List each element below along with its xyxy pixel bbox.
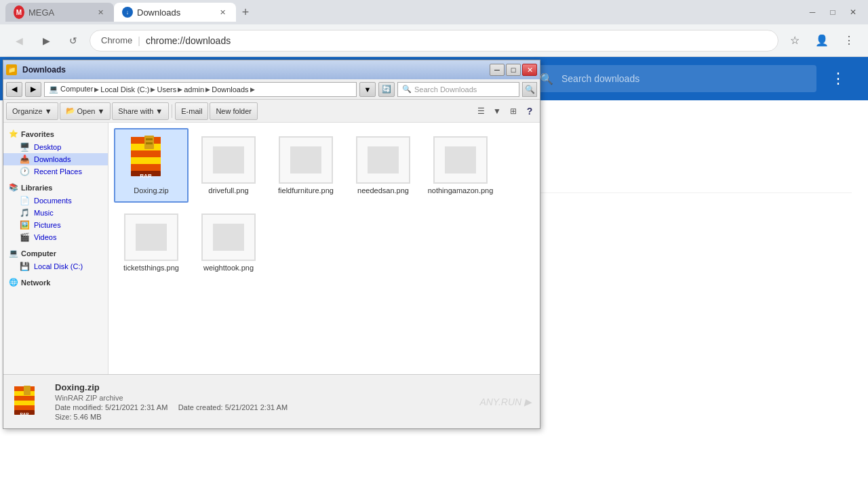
more-button[interactable]: ⋮ (825, 65, 852, 92)
path-localdisk: Local Disk (C:) (100, 85, 149, 94)
bookmark-button[interactable]: ☆ (784, 30, 806, 52)
file-item-ticketsthings[interactable]: ticketsthings.png (114, 205, 189, 280)
library-icon: 📚 (9, 183, 18, 192)
svg-rect-22 (14, 396, 35, 401)
libraries-header[interactable]: 📚 Libraries (3, 180, 108, 195)
music-label: Music (34, 209, 54, 217)
tab-mega[interactable]: M MEGA ✕ (5, 3, 114, 22)
svg-rect-27 (24, 386, 31, 395)
nothingamazon-thumb (433, 136, 488, 184)
search-input[interactable] (532, 65, 816, 92)
tab-mega-close[interactable]: ✕ (95, 7, 106, 18)
path-users: Users (157, 85, 176, 94)
file-item-neededsan[interactable]: neededsan.png (346, 128, 420, 203)
documents-label: Documents (34, 197, 72, 205)
organize-button[interactable]: Organize ▼ (6, 102, 58, 120)
music-icon: 🎵 (20, 208, 30, 218)
drivefull-thumb (201, 136, 256, 184)
sidebar-item-recent[interactable]: 🕐 Recent Places (3, 165, 108, 178)
downloads-page: Downloads 🔍 ⋮ Today (0, 57, 868, 488)
share-arrow: ▼ (155, 107, 163, 115)
view-list-button[interactable]: ☰ (473, 104, 488, 119)
explorer-close-button[interactable]: ✕ (522, 64, 537, 76)
file-item-doxing[interactable]: RAR Doxing.zip (114, 128, 189, 203)
recent-label: Recent Places (34, 167, 82, 176)
share-label: Share with (118, 107, 153, 115)
close-button[interactable]: ✕ (844, 3, 863, 22)
file-name-weighttook: weighttook.png (203, 264, 254, 272)
star-icon: ⭐ (9, 129, 18, 138)
open-button[interactable]: 📂 Open ▼ (60, 102, 111, 120)
explorer-maximize-button[interactable]: □ (506, 64, 521, 76)
libraries-label: Libraries (21, 184, 52, 192)
explorer-forward-button[interactable]: ▶ (25, 82, 41, 97)
new-tab-button[interactable]: + (236, 3, 255, 22)
view-details-button[interactable]: ▼ (490, 104, 505, 119)
email-button[interactable]: E-mail (175, 102, 208, 120)
address-input[interactable]: Chrome | chrome://downloads (90, 30, 778, 52)
explorer-sidebar: ⭐ Favorites 🖥️ Desktop 📥 Downloads � (3, 123, 108, 374)
file-item-weighttook[interactable]: weighttook.png (191, 205, 266, 280)
svg-rect-12 (131, 157, 161, 164)
account-button[interactable]: 👤 (811, 30, 833, 52)
view-icon-button[interactable]: ⊞ (506, 104, 521, 119)
explorer-back-button[interactable]: ◀ (6, 82, 22, 97)
favorites-header[interactable]: ⭐ Favorites (3, 127, 108, 141)
sidebar-item-videos[interactable]: 🎬 Videos (3, 231, 108, 243)
status-dates: Date modified: 5/21/2021 2:31 AM Date cr… (55, 403, 288, 411)
status-date-modified: Date modified: 5/21/2021 2:31 AM (55, 403, 167, 411)
status-filetype: WinRAR ZIP archive (55, 394, 288, 402)
menu-button[interactable]: ⋮ (838, 30, 860, 52)
back-button[interactable]: ◀ (8, 30, 30, 52)
share-with-button[interactable]: Share with ▼ (112, 102, 169, 120)
file-name-doxing: Doxing.zip (134, 186, 168, 195)
file-name-drivefull: drivefull.png (208, 186, 248, 195)
computer-header[interactable]: 💻 Computer (3, 246, 108, 260)
explorer-folder-icon: 📁 (6, 64, 17, 75)
sidebar-item-pictures[interactable]: 🖼️ Pictures (3, 219, 108, 231)
sidebar-item-desktop[interactable]: 🖥️ Desktop (3, 141, 108, 153)
status-zip-icon: RAR (12, 386, 44, 418)
sidebar-item-localdisk[interactable]: 💾 Local Disk (C:) (3, 260, 108, 272)
explorer-search-go[interactable]: 🔍 (522, 82, 537, 97)
search-icon: 🔍 (540, 73, 553, 85)
path-downloads: Downloads (212, 85, 248, 94)
tab-downloads-close[interactable]: ✕ (217, 7, 228, 18)
tab-downloads[interactable]: ↓ Downloads ✕ (114, 3, 236, 22)
address-separator: | (138, 35, 140, 46)
explorer-address-path[interactable]: 💻 Computer ▶ Local Disk (C:) ▶ Users ▶ a… (44, 82, 357, 97)
explorer-statusbar: RAR Doxing.zip WinRAR ZIP archive Date m… (3, 374, 540, 428)
explorer-minimize-button[interactable]: ─ (490, 64, 505, 76)
explorer-window: 📁 Downloads ─ □ ✕ ◀ ▶ 💻 Computer ▶ Local… (3, 60, 540, 429)
libraries-section: 📚 Libraries 📄 Documents 🎵 Music 🖼️ (3, 179, 108, 245)
network-header[interactable]: 🌐 Network (3, 275, 108, 289)
downloads-tab-logo: ↓ (122, 7, 133, 18)
maximize-button[interactable]: □ (823, 3, 842, 22)
svg-rect-24 (14, 405, 35, 410)
file-info: Doxing.zip WinRAR ZIP archive Date modif… (55, 382, 288, 421)
sidebar-item-documents[interactable]: 📄 Documents (3, 195, 108, 207)
open-arrow: ▼ (97, 107, 104, 115)
explorer-toolbar: Organize ▼ 📂 Open ▼ Share with ▼ E-mail (3, 100, 540, 123)
ticketsthings-thumb (124, 214, 178, 261)
explorer-address-bar: ◀ ▶ 💻 Computer ▶ Local Disk (C:) ▶ Users… (3, 79, 540, 100)
help-button[interactable]: ? (522, 104, 537, 119)
new-folder-button[interactable]: New folder (210, 102, 258, 120)
file-item-nothingamazon[interactable]: nothingamazon.png (423, 128, 498, 203)
status-filename: Doxing.zip (55, 382, 288, 392)
minimize-button[interactable]: ─ (803, 3, 822, 22)
sidebar-item-music[interactable]: 🎵 Music (3, 207, 108, 219)
sidebar-item-downloads[interactable]: 📥 Downloads (3, 153, 108, 165)
reload-button[interactable]: ↺ (62, 30, 84, 52)
favorites-section: ⭐ Favorites 🖥️ Desktop 📥 Downloads � (3, 125, 108, 179)
explorer-path-dropdown[interactable]: ▼ (359, 82, 376, 97)
network-icon: 🌐 (9, 278, 18, 287)
search-wrap: 🔍 (532, 65, 816, 92)
explorer-search-box[interactable]: 🔍 Search Downloads (397, 82, 519, 97)
file-item-fieldfurniture[interactable]: fieldfurniture.png (269, 128, 343, 203)
forward-button[interactable]: ▶ (35, 30, 57, 52)
file-item-drivefull[interactable]: drivefull.png (191, 128, 266, 203)
doxing-thumb: RAR (124, 136, 178, 184)
explorer-refresh-button[interactable]: 🔄 (378, 82, 395, 97)
downloads-tab-icon: ↓ (122, 7, 133, 18)
